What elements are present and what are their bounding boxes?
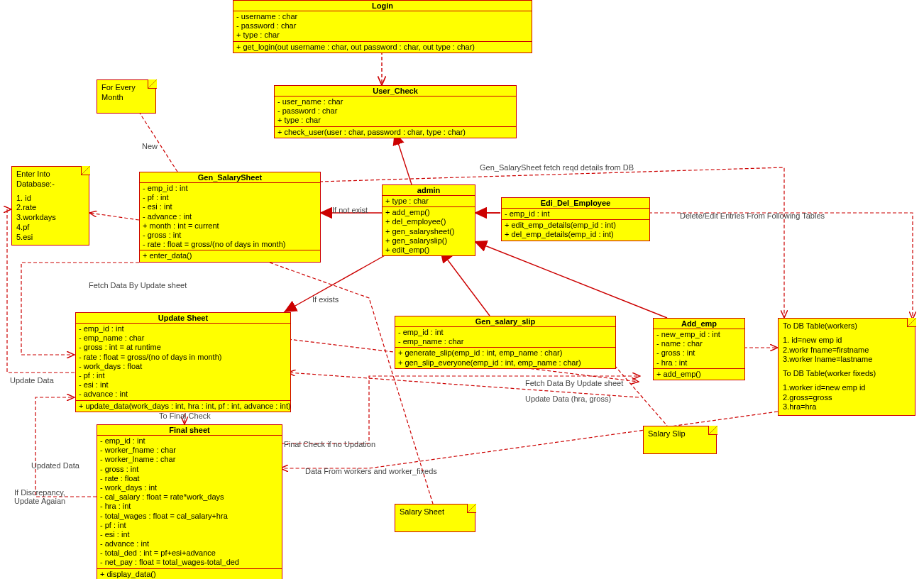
attr: - worker_fname : char <box>100 446 279 455</box>
attr: - emp_id : int <box>100 436 279 446</box>
class-login-attrs: - username : char - password : char + ty… <box>233 11 532 42</box>
op: + gen_salaryslip() <box>385 236 472 246</box>
note-item: 4.pf <box>16 223 84 233</box>
class-admin-ops: + add_emp() + del_employee() + gen_salar… <box>383 207 475 255</box>
note-item: 1. id <box>16 194 84 204</box>
attr: - total_ded : int = pf+esi+advance <box>100 548 279 558</box>
note-item: 2.gross=gross <box>783 393 911 403</box>
class-final-sheet: Final sheet - emp_id : int - worker_fnam… <box>97 424 282 579</box>
attr: - name : char <box>656 339 742 348</box>
class-user-check: User_Check - user_name : char - password… <box>274 85 517 138</box>
attr: + type : char <box>277 116 513 125</box>
class-gen-salary-slip-title: Gen_salary_slip <box>395 316 615 327</box>
attr: - net_pay : float = total_wages-total_de… <box>100 558 279 567</box>
note-salary-sheet: Salary Sheet <box>395 504 475 532</box>
attr: - new_emp_id : int <box>656 330 742 339</box>
class-login-title: Login <box>233 1 532 11</box>
attr: - esi : int <box>143 202 317 211</box>
attr: - password : char <box>236 21 529 31</box>
note-item: 5.esi <box>16 233 84 243</box>
op: + gen_salarysheet() <box>385 227 472 236</box>
attr: - work_days : float <box>79 362 287 371</box>
class-gen-salary-slip-ops: + generate_slip(emp_id : int, emp_name :… <box>395 348 615 368</box>
attr: + type : char <box>385 197 472 206</box>
class-final-sheet-attrs: - emp_id : int - worker_fname : char - w… <box>97 436 282 569</box>
attr: - gross : int <box>143 231 317 240</box>
class-gen-salarysheet-ops: + enter_data() <box>140 250 320 261</box>
attr: - esi : int <box>79 380 287 390</box>
class-add-emp-ops: + add_emp() <box>654 369 744 380</box>
attr: - pf : int <box>143 193 317 202</box>
op: + enter_data() <box>143 251 317 260</box>
attr: - password : char <box>277 106 513 116</box>
note-item: 1.worker id=new emp id <box>783 383 911 393</box>
op: + edit_emp() <box>385 246 472 255</box>
class-admin: admin + type : char + add_emp() + del_em… <box>382 184 475 256</box>
attr: - advance : int <box>79 390 287 399</box>
attr: - esi : int <box>100 530 279 539</box>
class-gen-salary-slip-attrs: - emp_id : int - emp_name : char <box>395 327 615 348</box>
label-if-not-exist: If not exist <box>332 206 368 214</box>
attr: - total_wages : float = cal_salary+hra <box>100 512 279 521</box>
class-final-sheet-ops: + display_data() <box>97 569 282 579</box>
class-edi-del-attrs: - emp_id : int <box>502 209 649 220</box>
attr: - work_days : int <box>100 483 279 492</box>
op: + display_data() <box>100 570 279 579</box>
class-update-sheet-attrs: - emp_id : int - emp_name : char - gross… <box>76 324 290 401</box>
op: + get_login(out username : char, out pas… <box>236 43 529 52</box>
attr: - rate : float = gross/(no of days in mo… <box>79 353 287 362</box>
note-text: For Every Month <box>101 83 151 103</box>
class-gen-salarysheet: Gen_SalarySheet - emp_id : int - pf : in… <box>139 172 321 263</box>
attr: - gross : int <box>656 348 742 358</box>
op: + add_emp() <box>385 208 472 217</box>
class-gen-salarysheet-attrs: - emp_id : int - pf : int - esi : int - … <box>140 183 320 250</box>
class-gen-salary-slip: Gen_salary_slip - emp_id : int - emp_nam… <box>395 316 616 369</box>
attr: - username : char <box>236 12 529 21</box>
attr: - advance : int <box>100 539 279 548</box>
class-final-sheet-title: Final sheet <box>97 425 282 436</box>
op: + update_data(work_days : int, hra : int… <box>79 402 287 411</box>
class-edi-del-ops: + edit_emp_details(emp_id : int) + del_e… <box>502 220 649 240</box>
op: + del_emp_details(emp_id : int) <box>505 230 647 239</box>
note-every-month: For Every Month <box>97 79 156 114</box>
attr: - pf : int <box>100 521 279 530</box>
note-text: Salary Slip <box>648 429 712 439</box>
attr: - hra : int <box>656 358 742 368</box>
note-text: Salary Sheet <box>400 507 471 517</box>
svg-line-1 <box>395 132 412 184</box>
class-update-sheet-ops: + update_data(work_days : int, hra : int… <box>76 401 290 412</box>
attr: + month : int = current <box>143 221 317 231</box>
class-update-sheet: Update Sheet - emp_id : int - emp_name :… <box>75 312 291 412</box>
attr: - hra : int <box>100 502 279 511</box>
attr: - gross : int = at runtime <box>79 343 287 352</box>
attr: - emp_id : int <box>398 328 612 337</box>
attr: - user_name : char <box>277 97 513 106</box>
class-admin-attrs: + type : char <box>383 196 475 207</box>
note-item: 3.workdays <box>16 213 84 223</box>
class-user-check-ops: + check_user(user : char, password : cha… <box>275 127 516 138</box>
attr: - worker_lname : char <box>100 455 279 464</box>
svg-line-6 <box>440 250 490 316</box>
label-discrepancy: If Discrepancy, Update Agaian <box>14 488 92 505</box>
label-to-final-check: To Final Check <box>159 412 211 420</box>
label-final-check-no: Final Check if no Updation <box>284 440 375 448</box>
note-enter-db: Enter Into Database:- 1. id 2.rate 3.wor… <box>11 166 89 246</box>
class-update-sheet-title: Update Sheet <box>76 313 290 324</box>
label-updated-data: Updated Data <box>31 461 79 470</box>
note-db-tables: To DB Table(workers) 1. id=new emp id 2.… <box>778 318 915 416</box>
note-item: 1. id=new emp id <box>783 336 911 346</box>
note-head: To DB Table(worker fixeds) <box>783 369 911 379</box>
class-login: Login - username : char - password : cha… <box>233 0 532 53</box>
class-admin-title: admin <box>383 185 475 196</box>
label-data-from-workers: Data From workers and worker_fixeds <box>305 467 437 475</box>
note-item: 2.rate <box>16 203 84 213</box>
attr: - emp_id : int <box>505 209 647 219</box>
attr: - cal_salary : float = rate*work_days <box>100 492 279 502</box>
note-head: Enter Into Database:- <box>16 170 84 189</box>
attr: - rate : float <box>100 474 279 483</box>
note-item: 3.hra=hra <box>783 402 911 412</box>
label-fetch-update2: Fetch Data By Update sheet <box>525 379 623 387</box>
op: + del_employee() <box>385 217 472 226</box>
op: + gen_slip_everyone(emp_id : int, emp_na… <box>398 358 612 368</box>
op: + add_emp() <box>656 370 742 379</box>
